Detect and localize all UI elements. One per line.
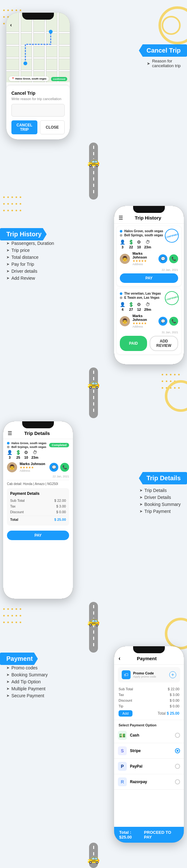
call-btn-2[interactable]: 📞 bbox=[169, 317, 178, 326]
feature-trip-details: Trip Details bbox=[139, 488, 181, 493]
payment-option-razorpay[interactable]: R Razorpay bbox=[114, 774, 184, 790]
payment-tax-row: Tax $ 3.00 bbox=[119, 692, 179, 698]
feature-multiple-payment: Multiple Payment bbox=[6, 686, 48, 691]
proceed-total: Total : $25.00 bbox=[119, 830, 144, 839]
trip-card-2: CONFIRMED The venetian, Las Vegas E Twai… bbox=[117, 288, 181, 354]
tax-row: Tax $ 3.00 bbox=[10, 503, 66, 509]
details-route: Halos Grove, south vegas Bell Srpings, s… bbox=[7, 442, 49, 448]
feature-promo-codes: Promo codes bbox=[6, 665, 48, 670]
cancel-modal: Cancel Trip Write reason for trip cancel… bbox=[6, 86, 70, 140]
cancel-trip-section-label: Cancel Trip bbox=[139, 44, 187, 57]
promo-add-btn[interactable]: + bbox=[169, 671, 176, 678]
details-to: Bell Srpings, south vegas bbox=[7, 445, 49, 448]
payment-option-stripe[interactable]: S Stripe bbox=[114, 743, 184, 759]
payment-option-cash[interactable]: 💵 Cash bbox=[114, 728, 184, 743]
details-from: Halos Grove, south vegas bbox=[7, 442, 49, 445]
feature-driver-details: Driver details bbox=[6, 269, 54, 274]
paypal-radio[interactable] bbox=[175, 764, 180, 769]
dots-decoration-4 bbox=[3, 608, 22, 627]
feature-trip-payment: Trip Payment bbox=[139, 509, 181, 514]
completed-badge: Completed bbox=[49, 443, 69, 447]
route-dot-to-2 bbox=[120, 297, 122, 299]
feature-booking-summary-4: Booking Summary bbox=[6, 672, 48, 677]
route-dot-from-2 bbox=[120, 292, 122, 295]
stat-icon-passengers-2: 👤 bbox=[120, 302, 125, 307]
call-btn-1[interactable]: 📞 bbox=[169, 254, 178, 263]
feature-add-tip: Add Tip Option bbox=[6, 679, 48, 684]
add-tip-btn[interactable]: Add bbox=[119, 710, 132, 717]
map-area-1: 📍 Halos Grove, south vegas confirmed bbox=[6, 13, 70, 82]
stripe-radio[interactable] bbox=[175, 748, 180, 753]
details-message-btn[interactable]: 💬 bbox=[50, 463, 58, 472]
cancel-reason-input[interactable] bbox=[11, 104, 65, 117]
cancel-trip-button[interactable]: CANCEL TRIP bbox=[11, 120, 37, 134]
driver-info-1: Marks Johnson ★★★★★ Address bbox=[132, 251, 156, 266]
details-call-btn[interactable]: 📞 bbox=[60, 463, 69, 472]
details-driver-avatar: 👨 bbox=[7, 462, 17, 472]
details-dot-to bbox=[7, 446, 9, 448]
payment-title: Payment bbox=[120, 656, 173, 661]
details-stat-4: ⏱ 23m bbox=[31, 450, 38, 459]
razorpay-radio[interactable] bbox=[175, 779, 180, 784]
close-button[interactable]: CLOSE bbox=[40, 120, 65, 134]
stripe-label: Stripe bbox=[130, 749, 172, 753]
trip-details-section-label: Trip Details bbox=[139, 472, 187, 484]
promo-icon: 🏷 bbox=[122, 670, 131, 679]
discount-row: Discount $ 0.00 bbox=[10, 509, 66, 515]
payment-details-title: Payment Details bbox=[10, 491, 66, 496]
proceed-button[interactable]: PROCEED TO PAY bbox=[144, 830, 179, 839]
cancel-modal-title: Cancel Trip bbox=[11, 91, 65, 96]
driver-actions-1: 💬 📞 bbox=[158, 254, 178, 263]
menu-icon-3[interactable]: ☰ bbox=[8, 430, 12, 436]
stripe-icon: S bbox=[118, 746, 127, 755]
phone-cancel-trip: ‹ 📍 Halos Grove, south vegas confirmed bbox=[6, 13, 70, 140]
stat-passengers-1: 👤 3 bbox=[120, 240, 125, 249]
feature-secure-payment: Secure Payment bbox=[6, 693, 48, 698]
payment-total-label: Total $ 25.00 bbox=[158, 711, 179, 716]
subtotal-row: Sub Total $ 22.00 bbox=[10, 498, 66, 503]
cancel-buttons: CANCEL TRIP CLOSE bbox=[11, 120, 65, 134]
stat-distance-1: ⚙ 10 bbox=[137, 240, 141, 249]
car-icon-2: 🚕 bbox=[87, 377, 100, 389]
payment-option-paypal[interactable]: P PayPal bbox=[114, 759, 184, 774]
driver-row-2: 👨 Marks Johnson ★★★★★ Address 💬 📞 bbox=[120, 314, 178, 328]
cancel-trip-label-container: Cancel Trip bbox=[139, 44, 187, 57]
razorpay-label: Razorpay bbox=[130, 780, 172, 784]
stat-duration-2: ⏱ 29m bbox=[144, 302, 151, 311]
stat-icon-distance-2: ⚙ bbox=[137, 302, 141, 307]
back-arrow-1[interactable]: ‹ bbox=[10, 22, 12, 28]
message-btn-2[interactable]: 💬 bbox=[158, 317, 167, 326]
review-button-2[interactable]: ADD REVIEW bbox=[150, 336, 178, 351]
details-pay-btn-wrapper: PAY bbox=[7, 531, 69, 540]
paypal-label: PayPal bbox=[130, 764, 172, 769]
stat-icon-duration-2: ⏱ bbox=[146, 302, 150, 307]
menu-icon-2[interactable]: ☰ bbox=[119, 215, 123, 221]
trip-btns-2: PAID ADD REVIEW bbox=[120, 336, 178, 351]
message-btn-1[interactable]: 💬 bbox=[158, 254, 167, 263]
car-icon-3: 🚕 bbox=[87, 615, 100, 627]
payment-label-container: Payment bbox=[0, 653, 38, 665]
feature-booking-summary: Booking Summary bbox=[139, 502, 181, 507]
payment-subtotal-row: Sub Total $ 22.00 bbox=[119, 686, 179, 692]
stat-passengers-2: 👤 4 bbox=[120, 302, 125, 311]
details-stat-icon-1: 👤 bbox=[7, 450, 12, 455]
tip-add-total-row: Add Total $ 25.00 bbox=[119, 710, 179, 717]
feature-total-distance: Total distance bbox=[6, 255, 54, 260]
trip-history-section-label: Trip History bbox=[0, 228, 46, 241]
confirmed-badge-1: confirmed bbox=[51, 77, 67, 81]
cab-detail: Cab detail: Honda | Amazo | NG250I bbox=[7, 480, 69, 486]
driver-info-2: Marks Johnson ★★★★★ Address bbox=[132, 314, 156, 328]
svg-point-0 bbox=[24, 61, 27, 65]
feature-driver-details: Driver Details bbox=[139, 495, 181, 500]
select-payment-label-wrapper: Select Payment Option bbox=[114, 722, 184, 728]
circle-deco-2 bbox=[162, 16, 181, 35]
driver-avatar-2: 👨 bbox=[120, 316, 130, 326]
promo-placeholder: Apply promo code bbox=[133, 675, 167, 678]
details-pay-button[interactable]: PAY bbox=[7, 531, 69, 540]
driver-actions-2: 💬 📞 bbox=[158, 317, 178, 326]
paid-button-2[interactable]: PAID bbox=[120, 336, 147, 351]
cash-radio[interactable] bbox=[175, 733, 180, 738]
pay-button-1[interactable]: PAY bbox=[120, 273, 178, 283]
phone-screen-payment: ‹ Payment 🏷 Promo Code Apply promo code … bbox=[114, 646, 184, 843]
car-icon-4: 🚕 bbox=[87, 852, 100, 864]
